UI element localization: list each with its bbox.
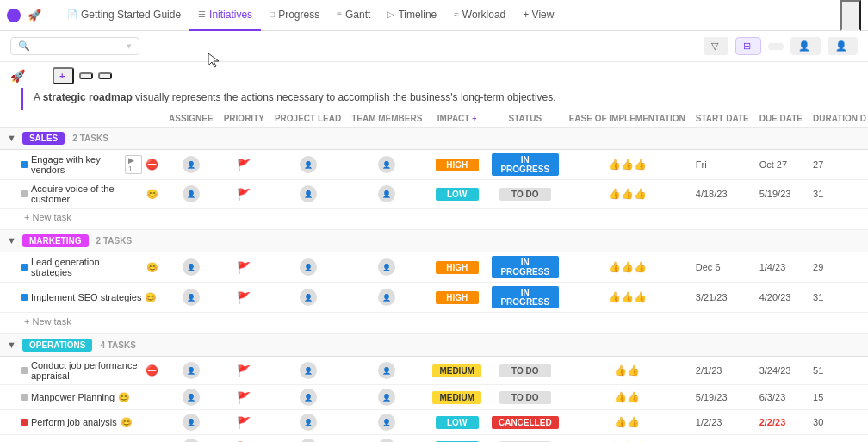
- me-button[interactable]: 👤: [790, 37, 821, 55]
- assignee-avatar[interactable]: 👤: [183, 185, 200, 202]
- task-label[interactable]: Acquire voice of the customer: [31, 184, 143, 204]
- team-avatar[interactable]: 👤: [378, 362, 395, 379]
- subtasks-button[interactable]: [768, 43, 784, 50]
- assignee-avatar[interactable]: 👤: [183, 258, 200, 276]
- nav-tab-timeline[interactable]: ▷Timeline: [379, 0, 445, 31]
- add-comment-button[interactable]: [98, 72, 112, 79]
- impact-cell: LOW: [427, 180, 487, 209]
- assignee-avatar[interactable]: 👤: [183, 289, 200, 306]
- new-task-button[interactable]: +: [53, 67, 74, 84]
- section-toggle-marketing[interactable]: ▼: [7, 235, 16, 246]
- lead-avatar[interactable]: 👤: [300, 289, 317, 306]
- team-avatar[interactable]: 👤: [378, 439, 395, 442]
- team-avatar[interactable]: 👤: [378, 289, 395, 306]
- status-badge[interactable]: CANCELLED: [492, 416, 559, 429]
- section-toggle-sales[interactable]: ▼: [7, 133, 16, 143]
- lead-cell: 👤: [270, 283, 346, 313]
- task-label[interactable]: Manpower Planning: [31, 392, 115, 402]
- status-badge[interactable]: IN PROGRESS: [492, 286, 559, 308]
- filter-button[interactable]: ▽: [704, 37, 728, 55]
- team-cell: 👤: [346, 150, 427, 180]
- lead-avatar[interactable]: 👤: [300, 389, 317, 406]
- lead-avatar[interactable]: 👤: [300, 439, 317, 442]
- status-badge[interactable]: TO DO: [499, 391, 551, 404]
- assignee-avatar[interactable]: 👤: [183, 414, 200, 431]
- duration-cell: 29: [808, 252, 868, 283]
- team-avatar[interactable]: 👤: [378, 258, 395, 276]
- lead-avatar[interactable]: 👤: [300, 258, 317, 276]
- section-badge-sales: SALES: [22, 132, 65, 145]
- status-cell: TO DO: [487, 435, 564, 443]
- emoji-icon: 😊: [145, 292, 157, 303]
- priority-flag[interactable]: 🚩: [237, 364, 251, 377]
- priority-flag[interactable]: 🚩: [237, 261, 251, 274]
- impact-badge: MEDIUM: [432, 364, 481, 377]
- team-avatar[interactable]: 👤: [378, 414, 395, 431]
- group-by-button[interactable]: ⊞: [735, 37, 761, 55]
- section-toggle-operations[interactable]: ▼: [7, 339, 16, 350]
- lead-avatar[interactable]: 👤: [300, 362, 317, 379]
- lead-cell: 👤: [270, 252, 346, 283]
- priority-flag[interactable]: 🚩: [237, 188, 251, 201]
- duration-cell: 51: [808, 357, 868, 385]
- desc-bold: strategic roadmap: [43, 91, 133, 103]
- team-avatar[interactable]: 👤: [378, 156, 395, 173]
- search-dropdown-icon: ▾: [127, 40, 132, 52]
- task-label[interactable]: Conduct job performance appraisal: [31, 360, 142, 381]
- status-cell: TO DO: [487, 357, 564, 385]
- section-count-sales: 2 TASKS: [72, 134, 108, 143]
- col-header-due: DUE DATE: [754, 110, 808, 128]
- group-icon: ⊞: [743, 40, 751, 52]
- task-label[interactable]: Lead generation strategies: [31, 257, 143, 277]
- nav-tab-gantt[interactable]: ≡Gantt: [328, 0, 379, 31]
- status-badge[interactable]: IN PROGRESS: [492, 153, 559, 176]
- priority-flag[interactable]: 🚩: [237, 159, 251, 171]
- task-dot: [21, 394, 28, 401]
- start-date-cell: Fri: [691, 150, 754, 180]
- col-header-status: STATUS: [487, 110, 564, 128]
- lead-avatar[interactable]: 👤: [300, 185, 317, 202]
- add-task-marketing[interactable]: + New task: [0, 313, 868, 334]
- automate-button[interactable]: [840, 0, 861, 31]
- view-button[interactable]: + View: [514, 0, 562, 31]
- lead-avatar[interactable]: 👤: [300, 156, 317, 173]
- ease-cell: 👍👍👍: [564, 150, 691, 180]
- team-avatar[interactable]: 👤: [378, 389, 395, 406]
- nav-tab-initiatives[interactable]: ☰Initiatives: [189, 0, 261, 31]
- section-marketing: ▼ MARKETING 2 TASKS: [0, 230, 868, 252]
- task-name-cell: Lead generation strategies 😊: [0, 252, 164, 283]
- assignee-avatar[interactable]: 👤: [183, 439, 200, 442]
- priority-cell: 🚩: [219, 150, 270, 180]
- nav-tab-progress[interactable]: □Progress: [261, 0, 328, 31]
- lead-avatar[interactable]: 👤: [300, 414, 317, 431]
- nav-tab-workload[interactable]: ≈Workload: [445, 0, 514, 31]
- desc-rest: visually represents the actions necessar…: [135, 91, 556, 103]
- priority-flag[interactable]: 🚩: [237, 416, 251, 429]
- table-row: Team Building Activity 😊 👤 🚩 👤 👤 LOW: [0, 435, 868, 443]
- status-badge[interactable]: TO DO: [499, 188, 551, 201]
- nav-tab-getting-started[interactable]: 📄Getting Started Guide: [59, 0, 189, 31]
- impact-badge: LOW: [436, 416, 479, 429]
- assignee-button[interactable]: 👤: [828, 37, 858, 55]
- task-dot: [21, 294, 28, 301]
- nav-right: [840, 0, 861, 31]
- priority-flag[interactable]: 🚩: [237, 291, 251, 304]
- team-avatar[interactable]: 👤: [378, 185, 395, 202]
- assignee-avatar[interactable]: 👤: [183, 362, 200, 379]
- task-label[interactable]: Engage with key vendors: [31, 154, 121, 175]
- status-badge[interactable]: TO DO: [499, 364, 551, 377]
- search-box[interactable]: 🔍 ▾: [10, 37, 140, 55]
- task-label[interactable]: Implement SEO strategies: [31, 292, 141, 302]
- section-operations: ▼ OPERATIONS 4 TASKS: [0, 334, 868, 357]
- status-cell: TO DO: [487, 385, 564, 410]
- assignee-avatar[interactable]: 👤: [183, 389, 200, 406]
- status-badge[interactable]: IN PROGRESS: [492, 256, 559, 278]
- assignee-avatar[interactable]: 👤: [183, 156, 200, 173]
- hide-description-button[interactable]: [79, 72, 93, 79]
- col-header-priority: PRIORITY: [219, 110, 270, 128]
- col-header-team: TEAM MEMBERS: [346, 110, 427, 128]
- priority-flag[interactable]: 🚩: [237, 391, 251, 404]
- task-label[interactable]: Perform job analysis: [31, 417, 117, 427]
- start-date-cell: 6/3/23: [691, 435, 754, 443]
- add-task-sales[interactable]: + New task: [0, 209, 868, 230]
